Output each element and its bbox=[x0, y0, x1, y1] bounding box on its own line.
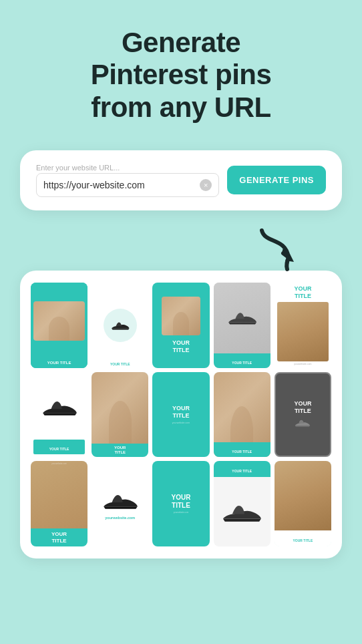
pin-item: YOUR TITLE bbox=[275, 461, 331, 546]
pin11-title: YOURTITLE bbox=[33, 531, 85, 544]
shoe-icon bbox=[218, 498, 264, 526]
clear-input-button[interactable]: × bbox=[200, 179, 212, 191]
headline-line2: Pinterest pins bbox=[91, 59, 272, 90]
pin3-title: YOURTITLE bbox=[172, 339, 190, 354]
arrow-container bbox=[20, 224, 342, 277]
pin-item: YOURTITLE yourwebsite.com bbox=[275, 283, 331, 368]
pin12-sub: yourwebsite.com bbox=[105, 516, 135, 520]
generate-pins-button[interactable]: GENERATE PINS bbox=[227, 166, 326, 194]
pin10-title: YOURTITLE bbox=[294, 400, 311, 415]
pin13-title: YOURTITLE bbox=[172, 494, 191, 510]
pin9-title: YOUR TITLE bbox=[232, 450, 252, 454]
shoe-icon bbox=[225, 307, 259, 328]
shoe-icon bbox=[39, 395, 80, 420]
pin-item: YOURTITLE bbox=[275, 372, 331, 458]
pin15-title: YOUR TITLE bbox=[293, 538, 313, 542]
shoe-icon bbox=[294, 418, 313, 429]
url-input-label: Enter your website URL... bbox=[36, 164, 219, 172]
pin8-sub: yourwebsite.com bbox=[172, 422, 190, 424]
pin-item: YOURTITLE yourwebsite.com bbox=[152, 461, 209, 546]
url-input-wrapper: Enter your website URL... https://your-w… bbox=[36, 164, 219, 197]
pin-item: YOUR TITLE bbox=[31, 283, 87, 368]
headline-line3: from any URL bbox=[91, 92, 270, 123]
shoe-icon bbox=[110, 319, 131, 332]
pin-item: YOUR TITLE bbox=[214, 372, 270, 458]
pin-item: YOURTITLE yourwebsite.com bbox=[152, 372, 209, 458]
pin8-title: YOURTITLE bbox=[172, 405, 190, 420]
pin14-title-top: YOUR TITLE bbox=[232, 469, 252, 473]
pin-item: YOUR TITLE bbox=[92, 283, 148, 368]
main-container: Generate Pinterest pins from any URL Ent… bbox=[0, 0, 362, 644]
pin6-title: YOUR TITLE bbox=[49, 447, 69, 451]
pins-grid: YOUR TITLE YOUR TITLE YOURTITLE bbox=[31, 283, 331, 546]
pin-item: yourwebsite.com YOURTITLE bbox=[31, 461, 87, 546]
pin7-title: YOURTITLE bbox=[94, 446, 146, 455]
pin-item: YOURTITLE bbox=[92, 372, 148, 458]
headline: Generate Pinterest pins from any URL bbox=[91, 27, 272, 124]
pin2-title: YOUR TITLE bbox=[92, 362, 148, 366]
url-value[interactable]: https://your-website.com bbox=[43, 180, 200, 190]
pin-item: YOUR TITLE bbox=[214, 283, 270, 368]
pin-item: YOUR TITLE bbox=[31, 372, 87, 458]
pin-item: YOUR TITLE bbox=[214, 461, 270, 546]
pin4-title: YOUR TITLE bbox=[232, 361, 252, 365]
pins-card: YOUR TITLE YOUR TITLE YOURTITLE bbox=[20, 271, 342, 558]
pin-item: yourwebsite.com bbox=[92, 461, 148, 546]
shoe-icon bbox=[100, 488, 141, 513]
headline-line1: Generate bbox=[122, 27, 240, 58]
pin13-sub: yourwebsite.com bbox=[174, 511, 189, 514]
url-input-card: Enter your website URL... https://your-w… bbox=[20, 150, 342, 210]
pin5-title: YOURTITLE bbox=[277, 285, 329, 300]
arrow-icon bbox=[248, 224, 302, 277]
pin1-title: YOUR TITLE bbox=[33, 361, 85, 365]
url-input-row[interactable]: https://your-website.com × bbox=[36, 173, 219, 197]
pin5-sub: yourwebsite.com bbox=[277, 363, 329, 365]
pin-item: YOURTITLE bbox=[152, 283, 209, 368]
